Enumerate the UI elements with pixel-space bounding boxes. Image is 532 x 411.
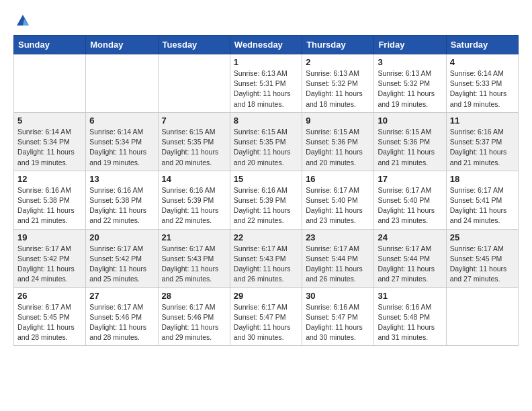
day-of-week-header: Saturday [446, 36, 518, 54]
cell-day-number: 8 [234, 116, 298, 126]
calendar-week-row: 5Sunrise: 6:14 AM Sunset: 5:34 PM Daylig… [14, 112, 519, 171]
calendar-cell: 18Sunrise: 6:17 AM Sunset: 5:41 PM Dayli… [446, 171, 518, 229]
calendar-cell: 10Sunrise: 6:15 AM Sunset: 5:36 PM Dayli… [374, 112, 446, 171]
calendar-cell: 19Sunrise: 6:17 AM Sunset: 5:42 PM Dayli… [14, 229, 86, 287]
page: SundayMondayTuesdayWednesdayThursdayFrid… [0, 0, 532, 353]
calendar-cell: 25Sunrise: 6:17 AM Sunset: 5:45 PM Dayli… [446, 229, 518, 287]
cell-day-number: 17 [378, 174, 442, 184]
cell-day-number: 19 [17, 232, 82, 242]
cell-info-text: Sunrise: 6:17 AM Sunset: 5:45 PM Dayligh… [17, 302, 82, 343]
calendar-week-row: 1Sunrise: 6:13 AM Sunset: 5:31 PM Daylig… [14, 54, 519, 113]
cell-info-text: Sunrise: 6:14 AM Sunset: 5:34 PM Dayligh… [17, 127, 82, 168]
header [13, 13, 519, 28]
cell-day-number: 21 [162, 232, 226, 242]
calendar-cell: 3Sunrise: 6:13 AM Sunset: 5:32 PM Daylig… [374, 54, 446, 113]
calendar-cell: 23Sunrise: 6:17 AM Sunset: 5:44 PM Dayli… [302, 229, 374, 287]
cell-day-number: 2 [306, 57, 370, 67]
calendar-week-row: 12Sunrise: 6:16 AM Sunset: 5:38 PM Dayli… [14, 171, 519, 229]
cell-day-number: 16 [306, 174, 370, 184]
cell-info-text: Sunrise: 6:17 AM Sunset: 5:40 PM Dayligh… [378, 185, 442, 226]
calendar-cell: 14Sunrise: 6:16 AM Sunset: 5:39 PM Dayli… [158, 171, 230, 229]
calendar-cell: 1Sunrise: 6:13 AM Sunset: 5:31 PM Daylig… [230, 54, 302, 113]
cell-day-number: 5 [17, 116, 82, 126]
cell-info-text: Sunrise: 6:17 AM Sunset: 5:41 PM Dayligh… [450, 185, 515, 226]
calendar-cell: 7Sunrise: 6:15 AM Sunset: 5:35 PM Daylig… [158, 112, 230, 171]
cell-day-number: 11 [450, 116, 515, 126]
calendar-week-row: 19Sunrise: 6:17 AM Sunset: 5:42 PM Dayli… [14, 229, 519, 287]
cell-day-number: 24 [378, 232, 442, 242]
cell-info-text: Sunrise: 6:17 AM Sunset: 5:44 PM Dayligh… [306, 244, 370, 285]
cell-info-text: Sunrise: 6:17 AM Sunset: 5:43 PM Dayligh… [234, 244, 298, 285]
cell-day-number: 3 [378, 57, 442, 67]
cell-day-number: 4 [450, 57, 515, 67]
calendar-cell: 4Sunrise: 6:14 AM Sunset: 5:33 PM Daylig… [446, 54, 518, 113]
calendar-cell: 6Sunrise: 6:14 AM Sunset: 5:34 PM Daylig… [86, 112, 158, 171]
calendar-cell [158, 54, 230, 113]
cell-info-text: Sunrise: 6:14 AM Sunset: 5:34 PM Dayligh… [89, 127, 154, 168]
calendar-cell: 27Sunrise: 6:17 AM Sunset: 5:46 PM Dayli… [86, 287, 158, 346]
calendar-cell: 13Sunrise: 6:16 AM Sunset: 5:38 PM Dayli… [86, 171, 158, 229]
day-of-week-header: Tuesday [158, 36, 230, 54]
calendar-cell [446, 287, 518, 346]
cell-info-text: Sunrise: 6:14 AM Sunset: 5:33 PM Dayligh… [450, 68, 515, 109]
calendar-cell: 12Sunrise: 6:16 AM Sunset: 5:38 PM Dayli… [14, 171, 86, 229]
calendar-header-row: SundayMondayTuesdayWednesdayThursdayFrid… [14, 36, 519, 54]
calendar-cell: 16Sunrise: 6:17 AM Sunset: 5:40 PM Dayli… [302, 171, 374, 229]
calendar-cell: 9Sunrise: 6:15 AM Sunset: 5:36 PM Daylig… [302, 112, 374, 171]
cell-day-number: 20 [89, 232, 154, 242]
cell-day-number: 1 [234, 57, 298, 67]
calendar-cell: 20Sunrise: 6:17 AM Sunset: 5:42 PM Dayli… [86, 229, 158, 287]
calendar-cell [14, 54, 86, 113]
cell-day-number: 28 [162, 291, 226, 301]
cell-day-number: 18 [450, 174, 515, 184]
cell-info-text: Sunrise: 6:17 AM Sunset: 5:47 PM Dayligh… [234, 302, 298, 343]
cell-day-number: 31 [378, 291, 442, 301]
calendar-cell: 30Sunrise: 6:16 AM Sunset: 5:47 PM Dayli… [302, 287, 374, 346]
cell-info-text: Sunrise: 6:17 AM Sunset: 5:42 PM Dayligh… [17, 244, 82, 285]
cell-info-text: Sunrise: 6:15 AM Sunset: 5:35 PM Dayligh… [234, 127, 298, 168]
day-of-week-header: Sunday [14, 36, 86, 54]
calendar-cell: 22Sunrise: 6:17 AM Sunset: 5:43 PM Dayli… [230, 229, 302, 287]
cell-info-text: Sunrise: 6:17 AM Sunset: 5:42 PM Dayligh… [89, 244, 154, 285]
calendar-cell: 2Sunrise: 6:13 AM Sunset: 5:32 PM Daylig… [302, 54, 374, 113]
cell-day-number: 23 [306, 232, 370, 242]
calendar-cell: 26Sunrise: 6:17 AM Sunset: 5:45 PM Dayli… [14, 287, 86, 346]
day-of-week-header: Thursday [302, 36, 374, 54]
cell-info-text: Sunrise: 6:16 AM Sunset: 5:37 PM Dayligh… [450, 127, 515, 168]
cell-day-number: 22 [234, 232, 298, 242]
calendar-cell [86, 54, 158, 113]
cell-info-text: Sunrise: 6:13 AM Sunset: 5:32 PM Dayligh… [378, 68, 442, 109]
calendar: SundayMondayTuesdayWednesdayThursdayFrid… [13, 35, 519, 346]
cell-day-number: 6 [89, 116, 154, 126]
calendar-cell: 24Sunrise: 6:17 AM Sunset: 5:44 PM Dayli… [374, 229, 446, 287]
cell-info-text: Sunrise: 6:17 AM Sunset: 5:44 PM Dayligh… [378, 244, 442, 285]
cell-day-number: 26 [17, 291, 82, 301]
cell-info-text: Sunrise: 6:15 AM Sunset: 5:36 PM Dayligh… [306, 127, 370, 168]
cell-day-number: 27 [89, 291, 154, 301]
day-of-week-header: Monday [86, 36, 158, 54]
cell-day-number: 12 [17, 174, 82, 184]
cell-day-number: 9 [306, 116, 370, 126]
cell-info-text: Sunrise: 6:17 AM Sunset: 5:46 PM Dayligh… [162, 302, 226, 343]
cell-day-number: 10 [378, 116, 442, 126]
cell-day-number: 29 [234, 291, 298, 301]
cell-info-text: Sunrise: 6:16 AM Sunset: 5:47 PM Dayligh… [306, 302, 370, 343]
calendar-cell: 28Sunrise: 6:17 AM Sunset: 5:46 PM Dayli… [158, 287, 230, 346]
cell-day-number: 7 [162, 116, 226, 126]
calendar-cell: 21Sunrise: 6:17 AM Sunset: 5:43 PM Dayli… [158, 229, 230, 287]
cell-day-number: 15 [234, 174, 298, 184]
cell-info-text: Sunrise: 6:15 AM Sunset: 5:35 PM Dayligh… [162, 127, 226, 168]
cell-day-number: 14 [162, 174, 226, 184]
cell-info-text: Sunrise: 6:17 AM Sunset: 5:43 PM Dayligh… [162, 244, 226, 285]
calendar-cell: 8Sunrise: 6:15 AM Sunset: 5:35 PM Daylig… [230, 112, 302, 171]
cell-info-text: Sunrise: 6:16 AM Sunset: 5:39 PM Dayligh… [234, 185, 298, 226]
logo [13, 13, 30, 28]
cell-day-number: 30 [306, 291, 370, 301]
cell-info-text: Sunrise: 6:15 AM Sunset: 5:36 PM Dayligh… [378, 127, 442, 168]
day-of-week-header: Wednesday [230, 36, 302, 54]
calendar-cell: 11Sunrise: 6:16 AM Sunset: 5:37 PM Dayli… [446, 112, 518, 171]
logo-icon [15, 13, 30, 28]
day-of-week-header: Friday [374, 36, 446, 54]
calendar-cell: 29Sunrise: 6:17 AM Sunset: 5:47 PM Dayli… [230, 287, 302, 346]
cell-info-text: Sunrise: 6:16 AM Sunset: 5:38 PM Dayligh… [89, 185, 154, 226]
